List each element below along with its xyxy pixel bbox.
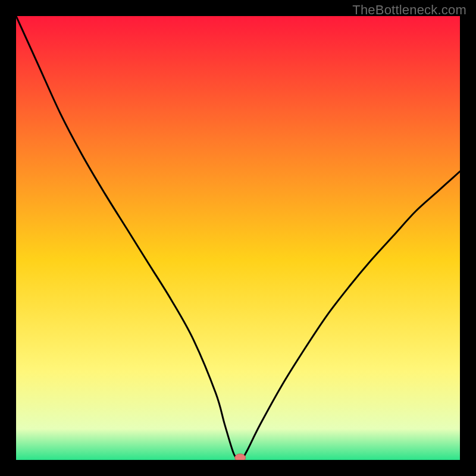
optimum-marker — [235, 454, 246, 460]
plot-area — [16, 16, 460, 460]
gradient-background — [16, 16, 460, 460]
chart-frame: TheBottleneck.com — [0, 0, 476, 476]
bottleneck-chart — [16, 16, 460, 460]
